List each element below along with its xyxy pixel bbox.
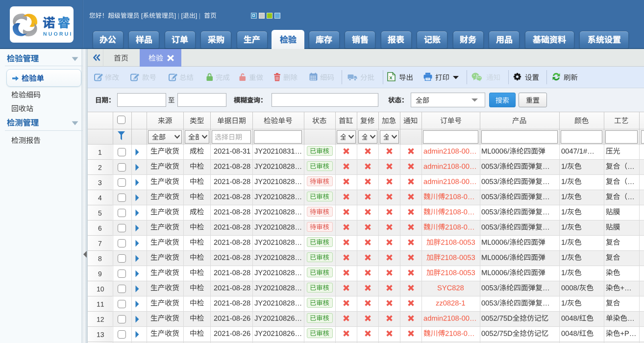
svg-text:x: x [389,74,393,80]
